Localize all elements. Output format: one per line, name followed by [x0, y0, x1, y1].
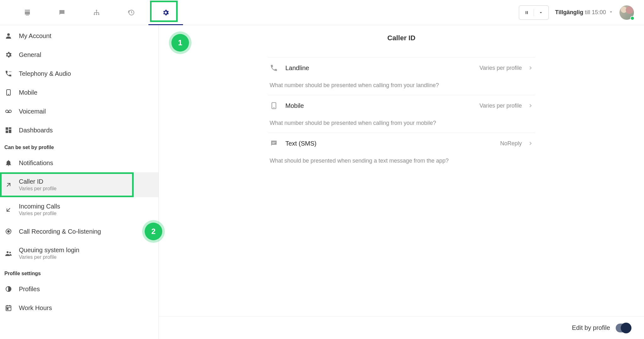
sidebar-item-voicemail[interactable]: Voicemail: [0, 102, 158, 121]
setting-label: Landline: [286, 64, 309, 72]
chevron-right-icon: [528, 65, 533, 71]
svg-point-18: [9, 71, 9, 72]
main: My Account General Telephony & Audio Mob…: [0, 25, 644, 339]
user-avatar[interactable]: [619, 5, 634, 20]
record-icon: [4, 228, 13, 235]
setting-row-head[interactable]: Landline Varies per profile: [270, 64, 533, 72]
setting-row-landline: Landline Varies per profile What number …: [268, 57, 535, 95]
footer: Edit by profile: [159, 316, 644, 339]
mobile-icon: [4, 89, 13, 96]
svg-rect-37: [7, 308, 8, 309]
content: 1 2 Caller ID Landline Varies per profil…: [159, 25, 644, 339]
content-inner: Caller ID Landline Varies per profile Wh…: [268, 34, 535, 316]
svg-point-28: [8, 231, 9, 232]
sidebar-item-sub: Varies per profile: [19, 211, 60, 216]
caret-down-icon: [609, 10, 613, 14]
calendar-icon: [4, 304, 13, 312]
tab-org[interactable]: [79, 0, 114, 25]
status-indicator[interactable]: Tillgänglig till 15:00: [555, 9, 613, 16]
svg-rect-25: [9, 127, 11, 129]
sidebar-item-label: Queuing system login: [19, 247, 79, 254]
top-tabs: [10, 0, 183, 25]
sidebar-item-label: Call Recording & Co-listening: [19, 228, 101, 235]
pause-dropdown[interactable]: [519, 5, 549, 20]
bell-icon: [4, 159, 13, 167]
status-time: till 15:00: [585, 9, 606, 15]
chevron-right-icon: [528, 103, 533, 108]
sidebar-section-header-profile: Can be set by profile: [0, 140, 158, 153]
svg-point-31: [9, 252, 11, 253]
svg-rect-14: [527, 11, 528, 14]
voicemail-icon: [4, 108, 13, 115]
person-icon: [4, 32, 13, 40]
svg-rect-9: [94, 13, 95, 14]
sidebar-item-sub: Varies per profile: [19, 254, 79, 260]
svg-point-7: [96, 14, 97, 15]
svg-rect-24: [6, 127, 8, 130]
dashboard-icon: [4, 126, 13, 134]
tab-history[interactable]: [114, 0, 148, 25]
svg-rect-26: [9, 130, 11, 133]
chevron-right-icon: [528, 141, 533, 146]
svg-rect-40: [272, 142, 275, 143]
sidebar-item-telephony[interactable]: Telephony & Audio: [0, 64, 158, 83]
tab-settings[interactable]: [148, 0, 183, 25]
edit-by-profile-label: Edit by profile: [572, 324, 610, 331]
gear-icon: [162, 9, 169, 16]
sidebar-item-label: Incoming Calls: [19, 203, 60, 210]
sidebar-item-label: Caller ID: [19, 178, 57, 185]
setting-desc: What number should be presented when cal…: [270, 120, 533, 126]
svg-point-16: [10, 71, 10, 72]
svg-point-30: [7, 251, 8, 253]
arrow-in-icon: [4, 206, 13, 214]
sidebar-item-profiles[interactable]: Profiles: [0, 280, 158, 298]
setting-label: Text (SMS): [286, 140, 317, 147]
sidebar-item-my-account[interactable]: My Account: [0, 26, 158, 45]
page-title: Caller ID: [268, 34, 535, 42]
contact-icon: [24, 9, 31, 16]
sidebar-item-mobile[interactable]: Mobile: [0, 83, 158, 102]
sidebar-item-call-recording[interactable]: Call Recording & Co-listening: [0, 222, 158, 241]
sidebar-section-header-profile-settings: Profile settings: [0, 266, 158, 280]
setting-row-head[interactable]: Mobile Varies per profile: [270, 102, 533, 110]
sidebar-item-label: Notifications: [19, 159, 53, 167]
sidebar-item-label: Telephony & Audio: [19, 70, 71, 77]
sidebar-item-dashboards[interactable]: Dashboards: [0, 121, 158, 140]
sidebar-item-work-hours[interactable]: Work Hours: [0, 298, 158, 317]
svg-point-3: [96, 10, 97, 11]
sidebar-item-label: My Account: [19, 32, 51, 40]
svg-point-17: [11, 71, 11, 72]
sms-icon: [270, 139, 278, 147]
sidebar-item-sub: Varies per profile: [19, 186, 57, 192]
edit-by-profile-toggle[interactable]: [616, 324, 631, 332]
setting-desc: What number should be presented when cal…: [270, 82, 533, 89]
svg-rect-1: [25, 11, 30, 14]
people-icon: [4, 250, 13, 257]
tab-contacts[interactable]: [10, 0, 45, 25]
sidebar-item-queuing[interactable]: Queuing system login Varies per profile: [0, 241, 158, 266]
svg-rect-13: [526, 11, 526, 14]
sidebar-item-label: Profiles: [19, 286, 40, 293]
sidebar-item-caller-id[interactable]: Caller ID Varies per profile: [0, 172, 158, 197]
gear-icon: [4, 51, 13, 58]
svg-point-8: [98, 14, 99, 15]
svg-point-15: [7, 33, 10, 36]
top-bar-right: Tillgänglig till 15:00: [519, 5, 634, 20]
setting-value: Varies per profile: [480, 65, 522, 71]
mobile-icon: [270, 102, 278, 110]
sidebar-item-general[interactable]: General: [0, 45, 158, 64]
svg-rect-10: [96, 13, 97, 14]
sidebar-item-label: General: [19, 51, 41, 58]
sidebar-item-label: Voicemail: [19, 108, 46, 115]
sidebar: My Account General Telephony & Audio Mob…: [0, 25, 159, 339]
status-label: Tillgänglig: [555, 9, 583, 15]
setting-value: NoReply: [500, 140, 522, 147]
setting-row-mobile: Mobile Varies per profile What number sh…: [268, 95, 535, 133]
annotation-marker-1: 1: [171, 34, 189, 52]
tab-messages[interactable]: [45, 0, 79, 25]
sidebar-item-notifications[interactable]: Notifications: [0, 153, 158, 172]
svg-rect-11: [98, 13, 99, 14]
sidebar-item-incoming-calls[interactable]: Incoming Calls Varies per profile Varies…: [0, 197, 158, 222]
setting-row-head[interactable]: Text (SMS) NoReply: [270, 139, 533, 147]
caret-down-icon: [538, 10, 543, 15]
